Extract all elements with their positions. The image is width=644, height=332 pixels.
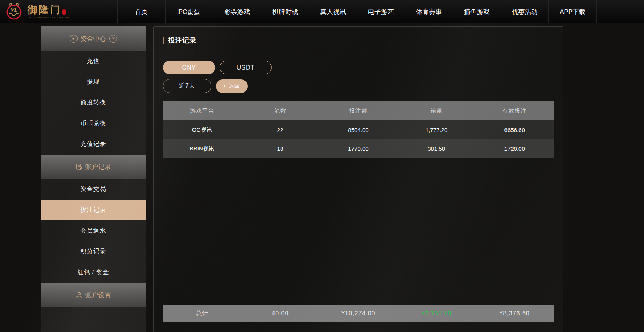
back-button[interactable]: ‹ 返回 bbox=[216, 79, 248, 93]
sidebar-section-account-records[interactable]: 账户记录 bbox=[41, 155, 146, 179]
column-header-valid-bet: 有效投注 bbox=[475, 101, 554, 120]
top-navigation-bar: YL 御隆门 YULONGMEN LIVE CASINO 首页 PC蛋蛋 彩票游… bbox=[0, 0, 644, 23]
sidebar-item-member-rebate[interactable]: 会员返水 bbox=[41, 220, 146, 241]
table-header-row: 游戏平台 笔数 投注额 输赢 有效投注 bbox=[163, 101, 554, 120]
currency-tab-cny[interactable]: CNY bbox=[163, 61, 215, 74]
sidebar: ¥ 资金中心 ? 充值 提现 额度转换 币币兑换 充值记录 账户记录 资金交易 … bbox=[41, 26, 146, 332]
sidebar-section-label: 账户设置 bbox=[85, 291, 111, 299]
cell-platform: BBIN视讯 bbox=[163, 139, 241, 158]
filters-area: CNY USDT 近7天 ‹ 返回 bbox=[154, 51, 563, 93]
nav-item-sports[interactable]: 体育赛事 bbox=[405, 0, 453, 23]
lantern-icon bbox=[62, 10, 66, 15]
total-bet: ¥10,274.00 bbox=[319, 310, 397, 317]
back-button-label: 返回 bbox=[229, 83, 240, 90]
sidebar-item-redpacket-bonus[interactable]: 红包 / 奖金 bbox=[41, 262, 146, 283]
cell-bet: 8504.00 bbox=[319, 120, 397, 139]
brand-logo[interactable]: YL 御隆门 YULONGMEN LIVE CASINO bbox=[0, 2, 117, 22]
user-icon bbox=[76, 292, 82, 298]
column-header-winloss: 输赢 bbox=[397, 101, 476, 120]
sidebar-item-points-records[interactable]: 积分记录 bbox=[41, 241, 146, 262]
cell-count: 18 bbox=[241, 139, 320, 158]
nav-item-board-games[interactable]: 棋牌对战 bbox=[261, 0, 309, 23]
column-header-count: 笔数 bbox=[241, 101, 320, 120]
sidebar-item-deposit-records[interactable]: 充值记录 bbox=[41, 134, 146, 155]
betting-records-panel: 投注记录 CNY USDT 近7天 ‹ 返回 游戏平台 笔数 投注额 输赢 有效… bbox=[153, 26, 563, 332]
cell-winloss: 1,777.20 bbox=[397, 120, 476, 139]
sidebar-item-quota-transfer[interactable]: 额度转换 bbox=[41, 92, 146, 113]
title-accent-bar bbox=[163, 37, 164, 44]
nav-item-pc-dandan[interactable]: PC蛋蛋 bbox=[165, 0, 213, 23]
sidebar-item-coin-exchange[interactable]: 币币兑换 bbox=[41, 113, 146, 134]
help-icon[interactable]: ? bbox=[109, 35, 117, 43]
sidebar-section-label: 资金中心 bbox=[81, 34, 106, 43]
total-winloss: ¥2,158.70 bbox=[397, 310, 476, 317]
date-range-button[interactable]: 近7天 bbox=[163, 79, 211, 93]
nav-item-live-casino[interactable]: 真人视讯 bbox=[309, 0, 357, 23]
nav-item-promotions[interactable]: 优惠活动 bbox=[501, 0, 549, 23]
cell-winloss: 381.50 bbox=[397, 139, 476, 158]
brand-subtitle: YULONGMEN LIVE CASINO bbox=[27, 16, 70, 19]
ledger-icon bbox=[76, 163, 82, 170]
betting-table-wrap: 游戏平台 笔数 投注额 输赢 有效投注 OG视讯 22 8504.00 1,77… bbox=[163, 101, 554, 158]
sidebar-item-betting-records[interactable]: 投注记录 bbox=[41, 200, 146, 220]
sidebar-item-withdraw[interactable]: 提现 bbox=[41, 71, 146, 92]
sidebar-item-deposit[interactable]: 充值 bbox=[41, 51, 146, 71]
currency-tab-usdt[interactable]: USDT bbox=[220, 61, 272, 74]
nav-item-slots[interactable]: 电子游艺 bbox=[357, 0, 405, 23]
sidebar-section-account-settings[interactable]: 账户设置 bbox=[41, 283, 146, 307]
dragon-monogram-icon: YL bbox=[5, 2, 23, 22]
sidebar-item-fund-transactions[interactable]: 资金交易 bbox=[41, 179, 146, 200]
sidebar-section-label: 账户记录 bbox=[85, 163, 111, 171]
nav-item-app-download[interactable]: APP下载 bbox=[548, 0, 597, 23]
total-label: 总计 bbox=[163, 310, 241, 318]
main-nav: 首页 PC蛋蛋 彩票游戏 棋牌对战 真人视讯 电子游艺 体育赛事 捕鱼游戏 优惠… bbox=[117, 0, 597, 23]
panel-header: 投注记录 bbox=[154, 27, 563, 51]
table-row: BBIN视讯 18 1770.00 381.50 1720.00 bbox=[163, 139, 554, 158]
total-valid-bet: ¥8,376.60 bbox=[475, 310, 554, 317]
table-row: OG视讯 22 8504.00 1,777.20 6656.60 bbox=[163, 120, 554, 139]
cell-valid-bet: 6656.60 bbox=[475, 120, 554, 139]
sidebar-section-fund-center[interactable]: ¥ 资金中心 ? bbox=[41, 26, 146, 51]
brand-name: 御隆门 bbox=[27, 5, 61, 15]
cell-count: 22 bbox=[241, 120, 320, 139]
nav-item-lottery[interactable]: 彩票游戏 bbox=[213, 0, 261, 23]
betting-table: 游戏平台 笔数 投注额 输赢 有效投注 OG视讯 22 8504.00 1,77… bbox=[163, 101, 554, 158]
cell-platform: OG视讯 bbox=[163, 120, 241, 139]
table-total-row: 总计 40.00 ¥10,274.00 ¥2,158.70 ¥8,376.60 bbox=[163, 305, 554, 322]
svg-text:YL: YL bbox=[10, 7, 17, 13]
column-header-bet: 投注额 bbox=[319, 101, 397, 120]
column-header-platform: 游戏平台 bbox=[163, 101, 241, 120]
page-title: 投注记录 bbox=[168, 36, 197, 45]
nav-item-home[interactable]: 首页 bbox=[117, 0, 165, 23]
cell-bet: 1770.00 bbox=[319, 139, 397, 158]
chevron-left-icon: ‹ bbox=[223, 83, 226, 89]
yuan-coin-icon: ¥ bbox=[70, 35, 78, 43]
cell-valid-bet: 1720.00 bbox=[475, 139, 554, 158]
nav-item-fishing[interactable]: 捕鱼游戏 bbox=[453, 0, 501, 23]
total-count: 40.00 bbox=[241, 310, 320, 317]
